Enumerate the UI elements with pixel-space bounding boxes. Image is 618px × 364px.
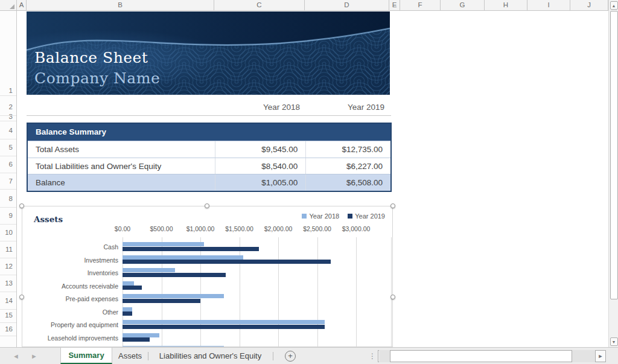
bar-2019[interactable] [123,325,325,329]
column-header-E[interactable]: E [389,0,400,11]
row-gutter-divider [0,258,16,258]
bar-2018[interactable] [123,255,243,260]
summary-cell[interactable]: $9,545.00 [215,141,305,158]
scroll-down-icon[interactable]: ▼ [610,337,618,346]
tab-nav-left-icon[interactable]: ◄ [13,348,19,364]
category-label: Other [22,308,119,316]
axis-tick-label: $2,000.00 [257,225,299,232]
row-gutter-divider [0,292,16,292]
balance-summary-header-cell[interactable]: Balance Summary [28,124,390,141]
bar-2019[interactable] [123,286,142,290]
chart-gridline [123,237,123,346]
bar-2019[interactable] [123,260,331,264]
cell-year-2019[interactable]: Year 2019 [305,103,384,115]
plot-right-border [391,237,392,346]
row-gutter-divider [0,156,16,156]
vertical-scrollbar-thumb[interactable] [610,11,618,299]
bar-2018[interactable] [123,242,204,246]
chart-legend: Year 2018Year 2019 [302,212,385,220]
axis-tick-label: $3,000.00 [335,225,377,232]
column-header-B[interactable]: B [27,0,214,11]
row-header-10[interactable]: 10 [1,227,13,238]
chart-handle-top-center[interactable] [205,203,209,208]
summary-cell[interactable]: Total Assets [28,141,215,158]
row-header-15[interactable]: 15 [1,310,13,321]
bar-2019[interactable] [123,337,150,342]
column-header-H[interactable]: H [485,0,527,11]
column-header-C[interactable]: C [214,0,305,11]
summary-cell[interactable]: Balance [28,174,215,191]
summary-cell[interactable]: $8,540.00 [215,158,305,174]
row-header-7[interactable]: 7 [1,176,13,187]
category-label: Investments [22,257,119,264]
select-all-icon [10,4,14,9]
scroll-up-icon[interactable]: ▲ [610,1,618,10]
banner-image[interactable]: Balance Sheet Company Name [27,11,390,95]
bar-2019[interactable] [123,247,259,251]
column-header-J[interactable]: J [570,0,608,11]
column-header-A[interactable]: A [17,0,27,11]
tab-summary[interactable]: Summary [60,348,112,364]
row-header-13[interactable]: 13 [1,278,13,289]
column-header-F[interactable]: F [400,0,441,11]
summary-table-row: Total Liabilities and Owner's Equity$8,5… [28,158,390,174]
tab-overflow-ellipsis-icon[interactable]: ⋮ [369,348,376,364]
row-header-5[interactable]: 5 [1,142,13,153]
bar-2019[interactable] [123,299,200,303]
bar-2018[interactable] [123,307,132,311]
column-header-G[interactable]: G [441,0,485,11]
category-label: Pre-paid expenses [22,295,119,302]
summary-cell[interactable]: $6,227.00 [305,158,390,174]
category-label: Cash [22,243,119,251]
select-all-corner[interactable] [0,0,17,11]
legend-label: Year 2019 [355,212,385,220]
summary-cell[interactable]: Total Liabilities and Owner's Equity [28,158,215,174]
chart-handle-mid-right[interactable] [390,295,395,299]
row-header-12[interactable]: 12 [1,261,13,272]
row-header-4[interactable]: 4 [1,125,13,136]
add-sheet-icon[interactable]: + [285,351,296,362]
tab-assets[interactable]: Assets [112,348,148,364]
axis-tick-label: $1,000.00 [179,225,221,232]
row-header-1[interactable]: 1 [1,85,13,96]
chart-handle-top-left[interactable] [19,203,24,208]
row-header-11[interactable]: 11 [1,244,13,255]
column-header-strip: ABCDEFGHIJ [0,0,608,11]
vertical-scrollbar[interactable]: ▲ ▼ [608,0,618,347]
bar-2018[interactable] [123,294,224,298]
axis-tick-label: $2,500.00 [296,225,339,232]
row-gutter-divider [0,207,16,208]
cell-year-2018[interactable]: Year 2018 [214,103,300,115]
bar-2018[interactable] [123,320,325,324]
bar-2018[interactable] [123,281,134,286]
column-header-D[interactable]: D [305,0,389,11]
summary-cell[interactable]: $1,005.00 [215,174,305,191]
horizontal-scrollbar-thumb[interactable] [390,350,572,362]
row-gutter-divider [0,95,16,96]
row-header-14[interactable]: 14 [1,295,13,306]
bar-2019[interactable] [123,311,132,316]
summary-cell[interactable]: $12,735.00 [305,141,390,158]
bar-2018[interactable] [123,333,159,337]
summary-cell[interactable]: $6,508.00 [305,174,390,191]
column-header-I[interactable]: I [527,0,570,11]
row-header-8[interactable]: 8 [1,193,13,204]
row-header-9[interactable]: 9 [1,210,13,221]
bar-2018[interactable] [123,268,175,272]
year-row-underline [27,115,391,116]
axis-tick-label: $0.00 [101,225,144,232]
chart-gridline [317,237,318,346]
chart-gridline [278,237,279,346]
chart-handle-mid-left[interactable] [19,295,24,299]
banner-title: Balance Sheet [34,49,148,66]
row-header-16[interactable]: 16 [1,324,13,334]
row-gutter-divider [0,309,16,310]
tab-nav-right-icon[interactable]: ► [31,348,37,364]
tab-divider [273,352,273,360]
chart-handle-top-right[interactable] [390,203,395,208]
row-header-6[interactable]: 6 [1,159,13,170]
tab-liabilities-and-owners-equity[interactable]: Liabilities and Owner's Equity [148,348,273,364]
assets-chart[interactable]: Assets Year 2018Year 2019 $0.00$500.00$1… [22,206,393,347]
bar-2019[interactable] [123,273,226,277]
scroll-right-icon[interactable]: ► [595,350,606,362]
